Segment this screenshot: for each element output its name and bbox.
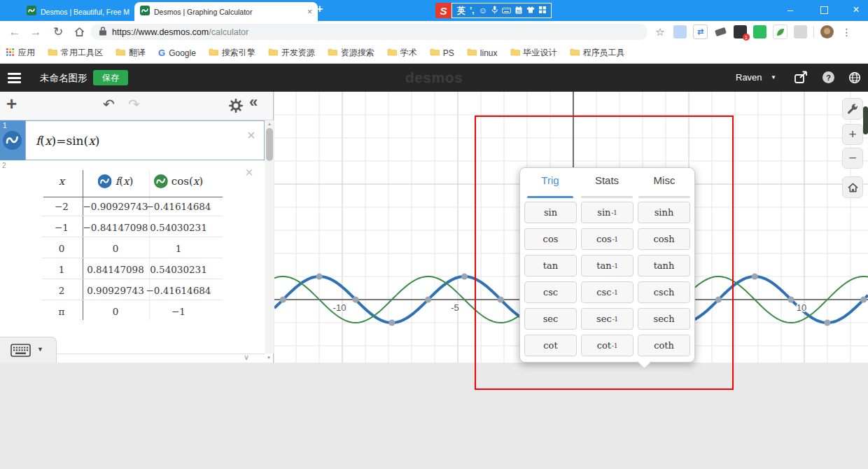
- ime-emoji-icon[interactable]: ☺: [479, 6, 487, 15]
- zoom-out-button[interactable]: −: [842, 148, 863, 169]
- tab-desmos-calculator[interactable]: Desmos | Graphing Calculator ×: [134, 2, 318, 21]
- scroll-down-icon[interactable]: ▼: [267, 356, 271, 360]
- bookmark-item[interactable]: 程序员工具: [570, 47, 625, 59]
- zoom-in-button[interactable]: +: [842, 124, 863, 145]
- function-button-csc-1[interactable]: csc-1: [581, 281, 634, 303]
- add-expression-button[interactable]: +: [6, 93, 17, 115]
- table-cell[interactable]: 0: [113, 306, 119, 317]
- collapse-panel-icon[interactable]: «: [249, 93, 258, 111]
- bookmark-star-icon[interactable]: ☆: [651, 21, 669, 43]
- home-zoom-button[interactable]: [842, 176, 863, 198]
- expression-gutter[interactable]: 1: [0, 120, 25, 160]
- expression-input[interactable]: f(x) = sin(x) ×: [25, 120, 265, 160]
- tab-close-icon[interactable]: ×: [307, 7, 312, 17]
- popup-tab-stats[interactable]: Stats: [595, 174, 619, 186]
- collapse-list-chevron-icon[interactable]: ∨: [244, 353, 249, 362]
- function-button-tan-1[interactable]: tan-1: [581, 255, 634, 276]
- bookmark-item[interactable]: GGoogle: [158, 48, 196, 58]
- table-cell[interactable]: 1: [176, 243, 182, 254]
- function-button-sin-1[interactable]: sin-1: [581, 202, 634, 223]
- bookmark-item[interactable]: 资源搜索: [328, 47, 374, 59]
- popup-tab-misc[interactable]: Misc: [654, 174, 676, 186]
- column-curve-icon[interactable]: [98, 174, 112, 188]
- ime-punctuation-toggle[interactable]: ’,: [470, 6, 475, 15]
- table-cell[interactable]: 0.90929743: [87, 285, 144, 296]
- help-button[interactable]: ?: [822, 71, 834, 83]
- back-icon[interactable]: ←: [6, 21, 24, 43]
- ime-tools-grid-icon[interactable]: [539, 6, 546, 15]
- table-cell[interactable]: 1: [59, 264, 65, 275]
- function-button-sec[interactable]: sec: [524, 308, 577, 330]
- extension-translate-icon[interactable]: ⇄: [693, 24, 708, 39]
- bookmark-item[interactable]: linux: [467, 48, 498, 58]
- redo-icon[interactable]: ↷: [128, 96, 140, 113]
- function-button-csch[interactable]: csch: [638, 281, 690, 303]
- table-cell[interactable]: 0.54030231: [150, 222, 207, 233]
- extension-eraser-icon[interactable]: [714, 25, 727, 38]
- scroll-up-icon[interactable]: ▲: [267, 122, 272, 126]
- address-bar[interactable]: https://www.desmos.com/calculator: [91, 24, 648, 40]
- forward-icon[interactable]: →: [27, 21, 45, 43]
- function-button-sec-1[interactable]: sec-1: [581, 308, 634, 330]
- extension-disabled-icon[interactable]: [794, 25, 807, 38]
- table-cell[interactable]: 2: [59, 285, 65, 296]
- account-caret-icon[interactable]: ▼: [771, 74, 776, 80]
- table-column-header[interactable]: f(x): [98, 174, 134, 188]
- table-cell[interactable]: −0.84147098: [83, 222, 148, 233]
- sogou-logo-icon[interactable]: S: [435, 3, 451, 18]
- table-cell[interactable]: π: [59, 306, 65, 317]
- bookmark-item[interactable]: 搜索引擎: [209, 47, 255, 59]
- table-cell[interactable]: −0.41614684: [146, 285, 211, 296]
- table-cell[interactable]: 0: [113, 243, 119, 254]
- table-cell[interactable]: 0.84147098: [87, 264, 144, 275]
- ime-calendar-icon[interactable]: 31: [515, 6, 522, 15]
- avatar[interactable]: [820, 25, 834, 38]
- refresh-icon[interactable]: ↻: [49, 21, 67, 43]
- function-button-tan[interactable]: tan: [524, 255, 577, 276]
- settings-gear-icon[interactable]: [229, 99, 243, 115]
- table-cell[interactable]: −0.41614684: [146, 201, 211, 212]
- chrome-menu-icon[interactable]: ⋮: [840, 25, 853, 38]
- ime-keyboard-icon[interactable]: [502, 6, 511, 15]
- expression-row-1[interactable]: 1 f(x) = sin(x) ×: [0, 120, 265, 160]
- curve-style-icon[interactable]: [3, 131, 22, 153]
- table-column-header[interactable]: x: [59, 175, 64, 188]
- delete-table-icon[interactable]: ×: [245, 165, 253, 179]
- panel-scrollbar[interactable]: ▲: [265, 120, 274, 354]
- table-cell[interactable]: 0.54030231: [150, 264, 207, 275]
- bookmark-item[interactable]: PS: [430, 48, 454, 58]
- undo-icon[interactable]: ↶: [103, 96, 115, 113]
- table-cell[interactable]: −1: [172, 306, 186, 317]
- extension-doc-icon[interactable]: [673, 25, 687, 38]
- function-button-cos-1[interactable]: cos-1: [581, 228, 634, 250]
- function-button-coth[interactable]: coth: [638, 335, 690, 356]
- close-window-button[interactable]: ×: [844, 0, 868, 20]
- keyboard-toggle[interactable]: ▼: [0, 337, 57, 363]
- function-button-cosh[interactable]: cosh: [638, 228, 690, 250]
- graph-settings-button[interactable]: [842, 98, 863, 120]
- new-tab-button[interactable]: +: [316, 3, 323, 15]
- extension-dark-icon[interactable]: 1: [734, 25, 747, 38]
- table-column-header[interactable]: cos(x): [154, 174, 203, 188]
- table-cell[interactable]: −0.90929743: [83, 201, 148, 212]
- function-button-sin[interactable]: sin: [524, 202, 577, 223]
- extension-leaf-icon[interactable]: [773, 24, 788, 39]
- share-icon[interactable]: [794, 71, 808, 87]
- minimize-button[interactable]: –: [778, 0, 802, 20]
- popup-tab-trig[interactable]: Trig: [541, 174, 559, 186]
- home-icon[interactable]: [70, 21, 88, 43]
- bookmark-item[interactable]: 常用工具区: [48, 47, 103, 59]
- function-button-csc[interactable]: csc: [524, 281, 577, 303]
- bookmark-item[interactable]: 开发资源: [268, 47, 315, 59]
- function-button-tanh[interactable]: tanh: [638, 255, 690, 276]
- bookmark-item[interactable]: 翻译: [115, 47, 146, 59]
- extension-evernote-icon[interactable]: [753, 25, 766, 38]
- function-button-sech[interactable]: sech: [638, 308, 690, 330]
- function-button-cot[interactable]: cot: [524, 335, 577, 356]
- table-cell[interactable]: −1: [55, 222, 69, 233]
- bookmark-item[interactable]: 毕业设计: [510, 47, 557, 59]
- scrollbar-thumb[interactable]: [863, 106, 868, 134]
- ime-mic-icon[interactable]: [491, 6, 498, 15]
- delete-expression-icon[interactable]: ×: [247, 128, 255, 142]
- account-name[interactable]: Raven: [736, 72, 762, 83]
